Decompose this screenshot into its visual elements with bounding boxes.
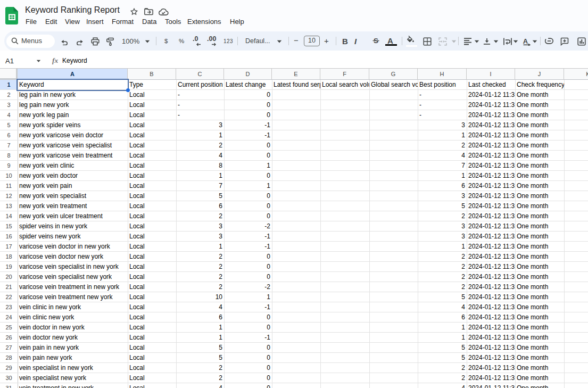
svg-text:A: A [523, 37, 528, 45]
